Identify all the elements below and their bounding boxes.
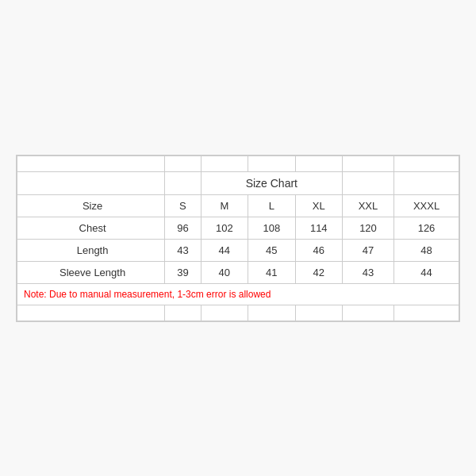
col-xxl: XXL (342, 194, 393, 217)
length-s: 43 (165, 239, 201, 261)
note-row: Note: Due to manual measurement, 1-3cm e… (17, 283, 459, 305)
col-l: L (248, 194, 295, 217)
sleeve-label: Sleeve Length (17, 261, 165, 283)
empty-row-bottom (17, 305, 459, 321)
length-label: Length (17, 239, 165, 261)
sleeve-xxxl: 44 (394, 261, 459, 283)
empty-row-top (17, 155, 459, 171)
sleeve-l: 41 (248, 261, 295, 283)
chest-row: Chest 96 102 108 114 120 126 (17, 217, 459, 239)
sleeve-xxl: 43 (342, 261, 393, 283)
size-chart-container: Size Chart Size S M L XL XXL XXXL Chest … (16, 155, 460, 322)
sleeve-row: Sleeve Length 39 40 41 42 43 44 (17, 261, 459, 283)
chest-xxxl: 126 (394, 217, 459, 239)
chest-m: 102 (201, 217, 248, 239)
table-title: Size Chart (201, 171, 342, 194)
sleeve-m: 40 (201, 261, 248, 283)
chest-l: 108 (248, 217, 295, 239)
chest-label: Chest (17, 217, 165, 239)
note-text: Note: Due to manual measurement, 1-3cm e… (17, 283, 459, 305)
size-table: Size Chart Size S M L XL XXL XXXL Chest … (17, 155, 459, 321)
length-l: 45 (248, 239, 295, 261)
length-row: Length 43 44 45 46 47 48 (17, 239, 459, 261)
length-xxxl: 48 (394, 239, 459, 261)
length-m: 44 (201, 239, 248, 261)
col-label-size: Size (17, 194, 165, 217)
col-s: S (165, 194, 201, 217)
col-xxxl: XXXL (394, 194, 459, 217)
chest-xxl: 120 (342, 217, 393, 239)
length-xxl: 47 (342, 239, 393, 261)
col-m: M (201, 194, 248, 217)
sleeve-xl: 42 (295, 261, 342, 283)
title-row: Size Chart (17, 171, 459, 194)
sleeve-s: 39 (165, 261, 201, 283)
col-xl: XL (295, 194, 342, 217)
length-xl: 46 (295, 239, 342, 261)
chest-s: 96 (165, 217, 201, 239)
size-header-row: Size S M L XL XXL XXXL (17, 194, 459, 217)
chest-xl: 114 (295, 217, 342, 239)
